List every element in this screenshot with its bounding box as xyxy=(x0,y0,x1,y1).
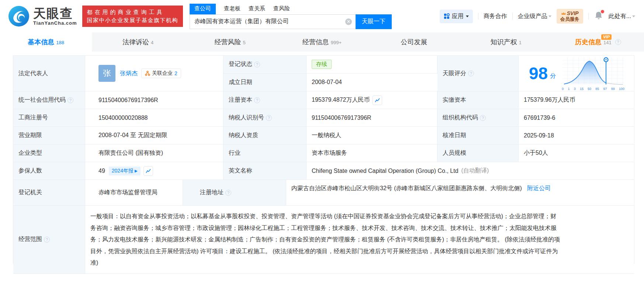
field-value-paid-capital: 175379.96万人民币 xyxy=(519,91,634,109)
tab-basic-info[interactable]: 基本信息 188 xyxy=(0,32,92,52)
tab-count: 188 xyxy=(56,40,64,45)
crown-icon xyxy=(561,11,566,15)
search-tab-company[interactable]: 查公司 xyxy=(190,4,216,14)
field-value-credit-code: 91150400676917396R xyxy=(85,91,224,109)
slogan-line1: 都在用的商业查询工具 xyxy=(87,8,179,16)
nav-business-cooperation[interactable]: 商务合作 xyxy=(484,13,507,20)
field-value-registration-number: 150400000020888 xyxy=(85,109,224,127)
field-label-paid-capital: 实缴资本 xyxy=(437,91,519,109)
notification-bell-icon[interactable] xyxy=(595,11,603,21)
search-input[interactable] xyxy=(190,14,356,29)
help-icon[interactable]: ? xyxy=(266,115,272,121)
divider xyxy=(512,13,513,20)
help-icon[interactable]: ? xyxy=(254,97,260,103)
auto-translate-note: (自动翻译) xyxy=(461,167,489,175)
chevron-down-icon xyxy=(548,15,551,19)
svip-member-badge[interactable]: SVIP 会员服务 xyxy=(557,9,583,24)
field-label-industry: 行业 xyxy=(224,144,307,162)
nav-enterprise-products[interactable]: 企业级产品 xyxy=(518,13,551,20)
field-value-company-type: 有限责任公司 (国有独资) xyxy=(85,144,224,162)
svip-sublabel: 会员服务 xyxy=(560,16,579,22)
help-icon[interactable]: ? xyxy=(225,190,231,196)
tab-label: 历史信息 xyxy=(575,38,602,46)
tianyancha-logo-icon xyxy=(8,6,30,27)
score-axis: 0131550859799100 xyxy=(562,87,624,91)
help-icon[interactable]: ? xyxy=(254,62,260,67)
field-value-staff-size: 小于50人 xyxy=(519,144,634,162)
related-companies-label: 关联企业 xyxy=(152,70,173,77)
chevron-down-icon xyxy=(632,15,635,19)
capital-trend-button[interactable] xyxy=(373,95,382,105)
brand-name: 天眼查 xyxy=(33,7,77,20)
tab-operation-risk[interactable]: 经营风险 5 xyxy=(184,32,276,52)
divider xyxy=(478,13,478,20)
tab-intellectual-property[interactable]: 知识产权 1 xyxy=(460,32,552,52)
trend-chart-icon xyxy=(375,98,380,103)
score-axis-tick: 97 xyxy=(603,87,607,91)
tab-company-development[interactable]: 公司发展 xyxy=(368,32,460,52)
tab-history-info[interactable]: VIP 历史信息 141 ? xyxy=(552,32,644,52)
field-value-registered-capital: 195379.4872万人民币 xyxy=(307,91,437,109)
field-value-registration-authority: 赤峰市市场监督管理局 xyxy=(85,180,183,206)
tab-label: 知识产权 xyxy=(491,38,517,46)
field-value-industry: 资本市场服务 xyxy=(307,144,437,162)
field-value-english-name: Chifeng State owned Capital Operation (G… xyxy=(307,162,634,180)
trend-chart-icon xyxy=(146,168,151,174)
clear-search-icon[interactable]: ✕ xyxy=(345,18,352,25)
help-icon[interactable]: ? xyxy=(67,97,73,103)
avatar[interactable]: 张 xyxy=(98,65,115,82)
help-icon[interactable]: ? xyxy=(44,237,50,243)
legal-representative-link[interactable]: 张炳杰 xyxy=(120,70,138,77)
nearby-companies-link[interactable]: 附近公司 xyxy=(527,185,551,191)
field-label-taxpayer-quality: 纳税人资质 xyxy=(224,127,307,144)
search-tabs: 查公司 查老板 查关系 查风险 xyxy=(190,4,392,14)
nav-more-menu[interactable]: 此处有... xyxy=(609,13,635,20)
field-label-registration-status: 登记状态? xyxy=(224,56,307,74)
field-label-english-name: 英文名称 xyxy=(224,162,307,180)
score-bell-curve xyxy=(562,56,624,85)
tab-count: 1 xyxy=(519,40,522,45)
tab-label: 法律诉讼 xyxy=(122,38,149,46)
field-value-legal-representative: 张 张炳杰 关联企业 2 xyxy=(85,56,224,91)
search-button[interactable]: 天眼一下 xyxy=(356,14,392,29)
tab-label: 经营信息 xyxy=(302,38,329,46)
tab-operation-info[interactable]: 经营信息 999+ xyxy=(276,32,368,52)
search-tab-risk[interactable]: 查风险 xyxy=(273,4,290,14)
insured-trend-button[interactable] xyxy=(143,166,153,176)
score-unit: 分 xyxy=(550,72,556,80)
company-info-table: 法定代表人 张 张炳杰 关联企业 2 登记状态? 存续 xyxy=(13,55,634,264)
field-label-tianyan-score: 天眼评分? xyxy=(437,56,519,91)
tab-label: 基本信息 xyxy=(28,38,54,46)
field-label-registration-number: 工商注册号 xyxy=(13,109,85,127)
help-icon[interactable]: ? xyxy=(480,115,486,121)
apps-grid-icon xyxy=(444,13,450,19)
annual-report-label: 2024年报 xyxy=(112,168,134,174)
chevron-right-icon: ▶ xyxy=(135,169,138,173)
annual-report-badge[interactable]: 2024年报 ▶ xyxy=(109,167,141,175)
field-label-credit-code: 统一社会信用代码? xyxy=(13,91,85,109)
field-value-tianyan-score: 98 分 xyxy=(519,56,634,91)
field-value-business-term: 2008-07-04 至 无固定期限 xyxy=(85,127,224,144)
help-icon[interactable]: ? xyxy=(615,39,621,45)
tab-legal-litigation[interactable]: 法律诉讼 4 xyxy=(92,32,184,52)
address-text: 内蒙古自治区赤峰市松山区大明街32号 (赤峰市新城区八家组团新惠路东侧、大明街北… xyxy=(291,185,522,191)
enterprise-label: 企业级产品 xyxy=(518,13,547,20)
help-icon[interactable]: ? xyxy=(468,70,474,76)
field-label-registered-address: 注册地址? xyxy=(183,180,286,206)
field-label-approval-date: 核准日期 xyxy=(437,127,519,144)
field-label-registration-authority: 登记机关 xyxy=(13,180,85,206)
field-value-establishment-date: 2008-07-04 xyxy=(307,74,437,92)
network-icon xyxy=(145,71,150,76)
apps-menu-button[interactable]: 应用 xyxy=(440,10,473,23)
field-label-business-scope: 经营范围? xyxy=(13,206,85,274)
brand-logo[interactable]: 天眼查 TianYanCha.com xyxy=(8,6,77,27)
search-tab-relation[interactable]: 查关系 xyxy=(249,4,265,14)
tab-label: 经营风险 xyxy=(214,38,241,46)
search-tab-boss[interactable]: 查老板 xyxy=(224,4,240,14)
tab-count: 141 xyxy=(603,40,612,45)
score-axis-tick: 0 xyxy=(562,87,564,91)
field-label-org-code: 组织机构代码? xyxy=(437,109,519,127)
brand-domain: TianYanCha.com xyxy=(33,20,77,26)
related-companies-badge[interactable]: 关联企业 2 xyxy=(141,69,181,78)
field-value-business-scope: 一般项目：以自有资金从事投资活动；以私募基金从事股权投资、投资管理、资产管理等活… xyxy=(85,206,634,274)
